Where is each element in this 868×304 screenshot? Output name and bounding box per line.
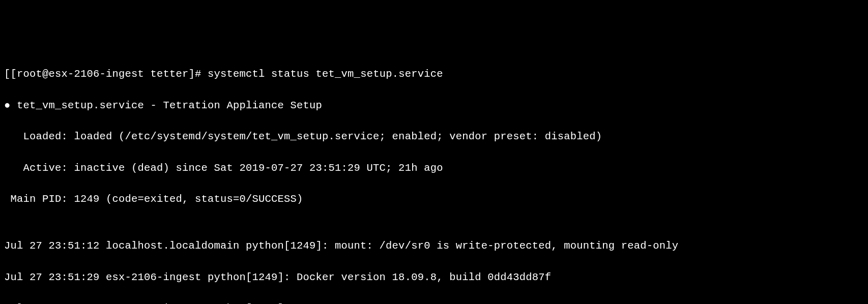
active-line: Active: inactive (dead) since Sat 2019-0… [4,161,864,176]
main-pid-line: Main PID: 1249 (code=exited, status=0/SU… [4,192,864,207]
service-unit-line: ● tet_vm_setup.service - Tetration Appli… [4,98,864,114]
log-line: Jul 27 23:51:12 localhost.localdomain py… [4,238,864,254]
prompt-line-1: [[root@esx-2106-ingest tetter]# systemct… [4,67,864,82]
loaded-line: Loaded: loaded (/etc/systemd/system/tet_… [4,129,864,145]
command-text: systemctl status tet_vm_setup.service [208,68,443,80]
shell-prompt: [[root@esx-2106-ingest tetter]# [4,68,208,80]
log-line: Jul 27 23:51:29 esx-2106-ingest python[1… [4,301,864,304]
log-line: Jul 27 23:51:29 esx-2106-ingest python[1… [4,270,864,286]
